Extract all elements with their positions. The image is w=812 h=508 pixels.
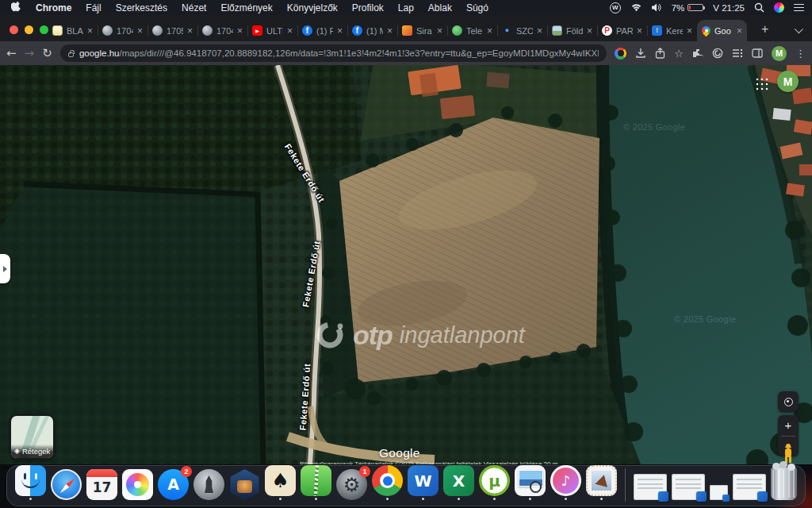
dock-safari-icon[interactable] xyxy=(51,469,82,500)
tab-close-icon[interactable]: × xyxy=(737,26,742,36)
dock-unarchiver-icon[interactable] xyxy=(301,465,331,496)
dock-calendar-icon[interactable]: 17 xyxy=(86,469,117,500)
dock-window1-icon[interactable] xyxy=(634,474,667,500)
tab-close-icon[interactable]: × xyxy=(537,26,542,36)
bookmark-star-icon[interactable]: ☆ xyxy=(674,48,684,59)
spotlight-icon[interactable] xyxy=(754,2,764,13)
menu-item-profilok[interactable]: Profilok xyxy=(352,2,384,13)
menu-item-el-zm-nyek[interactable]: Előzmények xyxy=(220,2,272,13)
tab-close-icon[interactable]: × xyxy=(287,26,293,36)
tab-close-icon[interactable]: × xyxy=(137,26,143,36)
extension-list-icon[interactable] xyxy=(732,48,743,58)
tab-close-icon[interactable]: × xyxy=(687,26,692,36)
dock-itunes-icon[interactable]: ♪ xyxy=(550,465,581,496)
wifi-icon[interactable] xyxy=(630,3,642,12)
chrome-menu-icon[interactable]: ⋮ xyxy=(795,48,806,59)
zoom-in-button[interactable]: + xyxy=(778,415,799,436)
dock-utorrent-icon[interactable]: µ xyxy=(479,465,510,496)
tab-search-chevron-icon[interactable] xyxy=(795,25,803,33)
apple-logo-icon[interactable] xyxy=(11,2,21,13)
tab-close-icon[interactable]: × xyxy=(87,26,93,36)
siri-icon[interactable] xyxy=(774,2,784,13)
close-window-button[interactable] xyxy=(10,25,18,34)
menu-item-szerkeszt-s[interactable]: Szerkesztés xyxy=(116,2,167,13)
dock-window2-icon[interactable] xyxy=(672,474,705,500)
tab-close-icon[interactable]: × xyxy=(337,26,343,36)
excel-glyph: X xyxy=(453,473,465,489)
tab-close-icon[interactable]: × xyxy=(387,26,393,36)
tab-1704[interactable]: 1704× xyxy=(197,20,247,41)
extension-swirl-icon[interactable] xyxy=(712,48,723,59)
dock-game-icon[interactable] xyxy=(229,469,260,500)
running-indicator xyxy=(315,498,317,500)
tab-kere[interactable]: !Kere× xyxy=(647,20,697,41)
tab-par[interactable]: PPAR× xyxy=(597,20,647,41)
tab-close-icon[interactable]: × xyxy=(237,26,243,36)
new-tab-button[interactable]: + xyxy=(761,23,768,36)
tab-bla[interactable]: BLA× xyxy=(48,20,98,41)
minimize-window-button[interactable] xyxy=(25,25,33,34)
menu-item-n-zet[interactable]: Nézet xyxy=(182,2,206,13)
extensions-puzzle-icon[interactable] xyxy=(692,48,703,59)
dock-finder-icon[interactable] xyxy=(15,465,46,496)
tab-close-icon[interactable]: × xyxy=(587,26,592,36)
menu-item-f-jl[interactable]: Fájl xyxy=(86,2,101,13)
google-account-icon[interactable] xyxy=(615,48,626,60)
dock-window3-icon[interactable] xyxy=(710,485,728,500)
menu-item-ablak[interactable]: Ablak xyxy=(428,2,452,13)
menu-item-k-nyvjelz-k[interactable]: Könyvjelzők xyxy=(287,2,338,13)
forward-button[interactable]: → xyxy=(25,48,35,60)
tab-szo[interactable]: ●SZO× xyxy=(497,20,547,41)
back-button[interactable]: ← xyxy=(6,48,17,60)
tab-1-f[interactable]: f(1) F× xyxy=(297,20,347,41)
dock-settings-icon[interactable]: ⚙1 xyxy=(336,469,367,500)
install-app-icon[interactable] xyxy=(635,48,646,59)
address-bar[interactable]: google.hu/maps/dir///@46.9418707,20.8889… xyxy=(60,44,607,62)
menubar-clock[interactable]: V 21:25 xyxy=(713,3,745,13)
sidebar-icon[interactable] xyxy=(752,48,763,58)
tab-close-icon[interactable]: × xyxy=(637,26,642,36)
dock-spades-icon[interactable]: ♠ xyxy=(265,465,296,496)
dock-word-icon[interactable]: W xyxy=(408,465,439,496)
layers-button[interactable]: ◈ Rétegek xyxy=(10,414,55,460)
control-center-icon[interactable] xyxy=(794,4,804,12)
tab-close-icon[interactable]: × xyxy=(487,26,492,36)
menu-item-lap[interactable]: Lap xyxy=(398,2,414,13)
tab-close-icon[interactable]: × xyxy=(437,26,442,36)
tab-close-icon[interactable]: × xyxy=(187,26,193,36)
profile-avatar[interactable]: M xyxy=(772,46,787,61)
account-avatar[interactable]: M xyxy=(777,71,799,92)
lock-icon[interactable] xyxy=(68,52,74,57)
dock-rocket-icon[interactable] xyxy=(193,469,224,500)
expand-side-panel-button[interactable] xyxy=(0,254,10,283)
dock-window4-icon[interactable] xyxy=(733,474,766,500)
tab-sira[interactable]: Sira× xyxy=(397,20,447,41)
google-apps-grid-icon[interactable] xyxy=(755,77,768,90)
volume-icon[interactable] xyxy=(652,3,662,12)
dock-chrome-icon[interactable] xyxy=(372,465,403,496)
share-icon[interactable] xyxy=(655,48,665,59)
menu-item-chrome[interactable]: Chrome xyxy=(36,2,71,13)
battery-indicator[interactable]: 7% xyxy=(672,3,704,13)
my-location-button[interactable] xyxy=(778,391,799,412)
dock-appstore-icon[interactable]: A2 xyxy=(158,469,189,500)
tab-1704[interactable]: 1704× xyxy=(98,20,147,41)
green-favicon-icon xyxy=(452,25,462,36)
tab-ulti[interactable]: ▶ULTI× xyxy=(247,20,297,41)
dock-photos-icon[interactable] xyxy=(122,469,153,500)
dock-mail-icon[interactable] xyxy=(586,465,617,496)
dock-preview-icon[interactable] xyxy=(515,465,546,496)
satellite-imagery xyxy=(0,65,812,464)
dock-excel-icon[interactable]: X xyxy=(443,465,474,496)
pegman-icon[interactable] xyxy=(782,444,795,463)
tab-tele[interactable]: Tele× xyxy=(447,20,497,41)
w-app-icon[interactable]: W xyxy=(610,2,621,13)
tab-goo[interactable]: Goo× xyxy=(697,20,747,41)
tab-f-ld[interactable]: Föld× xyxy=(547,20,597,41)
satellite-map[interactable]: Fekete Erdő út Fekete Erdő út Fekete Erd… xyxy=(0,65,812,464)
tab-1705[interactable]: 1705× xyxy=(147,20,197,41)
tab-1-m[interactable]: f(1) M× xyxy=(347,20,397,41)
menu-item-s-g[interactable]: Súgó xyxy=(466,2,488,13)
reload-button[interactable]: ↻ xyxy=(42,48,52,60)
dock-trash-icon[interactable] xyxy=(771,468,797,500)
